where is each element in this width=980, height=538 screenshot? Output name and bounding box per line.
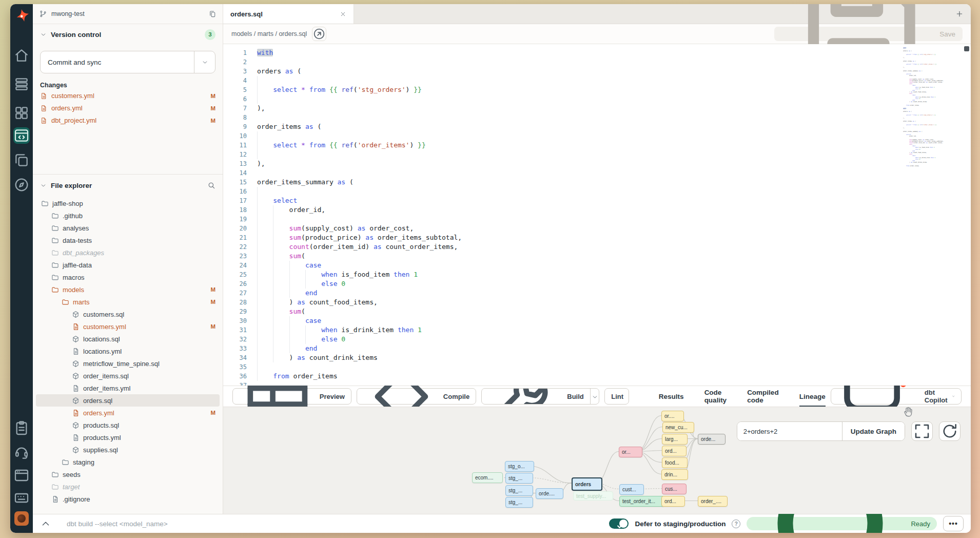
browser-icon[interactable]	[13, 467, 30, 484]
lineage-node-orde_s[interactable]: orde....	[536, 488, 563, 499]
tree-item-products.yml[interactable]: products.yml	[36, 431, 220, 444]
lineage-node-sq[interactable]: order_....	[698, 496, 728, 507]
editor-scrollbar[interactable]	[964, 45, 970, 385]
tree-item-analyses[interactable]: analyses	[36, 222, 220, 234]
compile-button[interactable]: Compile	[357, 388, 476, 405]
home-icon[interactable]	[13, 47, 30, 64]
tree-item-target[interactable]: target	[36, 481, 220, 493]
minimap[interactable]: 1with23orders as (45select * from {{ ref…	[903, 47, 959, 365]
tree-item-order_items.yml[interactable]: order_items.yml	[36, 382, 220, 394]
tree-item-.gitignore[interactable]: .gitignore	[36, 493, 220, 505]
tree-item-locations.sql[interactable]: locations.sql	[36, 333, 220, 345]
save-button[interactable]: Save	[774, 27, 963, 41]
commit-options-caret[interactable]	[194, 51, 215, 73]
tree-item-customers.sql[interactable]: customers.sql	[36, 308, 220, 320]
build-button[interactable]: Build	[482, 389, 590, 404]
tree-item-products.sql[interactable]: products.sql	[36, 419, 220, 431]
version-control-header[interactable]: Version control 3	[40, 24, 215, 45]
tree-item-jaffle-data[interactable]: jaffle-data	[36, 259, 220, 271]
lineage-node-m1[interactable]: or....	[661, 411, 684, 421]
tree-item-macros[interactable]: macros	[36, 271, 220, 283]
defer-toggle[interactable]	[609, 518, 629, 529]
lineage-node-m2[interactable]: new_cu...	[662, 422, 694, 433]
duplicate-window-icon[interactable]	[208, 10, 217, 18]
lineage-node-m3[interactable]: larg...	[662, 434, 688, 445]
tree-item-locations.yml[interactable]: locations.yml	[36, 345, 220, 357]
file-explorer-header[interactable]: File explorer	[33, 175, 223, 196]
tab-compiled-code[interactable]: Compiled code	[747, 386, 779, 407]
code-editor[interactable]: 1with23orders as (45select * from {{ ref…	[223, 44, 971, 386]
lineage-node-stg2[interactable]: stg_...	[505, 473, 533, 484]
lineage-node-sem_orders[interactable]: or...	[619, 447, 642, 457]
new-tab-button[interactable]	[955, 10, 964, 18]
changed-file-orders.yml[interactable]: orders.ymlM	[40, 103, 215, 113]
commit-and-sync-button[interactable]: Commit and sync	[40, 51, 215, 73]
lineage-node-ghost[interactable]: test_supply...	[573, 491, 613, 501]
tree-item-models[interactable]: modelsM	[36, 283, 220, 296]
lint-button[interactable]: Lint	[605, 389, 629, 404]
tree-item-staging[interactable]: staging	[36, 456, 220, 468]
expand-command-bar-button[interactable]	[40, 518, 51, 529]
lineage-node-m_ord[interactable]: ord...	[661, 496, 685, 507]
lineage-node-sem_cust[interactable]: cus...	[662, 484, 687, 494]
commit-button-label[interactable]: Commit and sync	[41, 51, 194, 73]
lineage-node-stg3[interactable]: stg_...	[505, 485, 533, 496]
tree-item-seeds[interactable]: seeds	[36, 468, 220, 481]
tree-item-dbt_packages[interactable]: dbt_packages	[36, 246, 220, 259]
lineage-node-cust[interactable]: cust...	[619, 484, 644, 495]
tree-item-order_items.sql[interactable]: order_items.sql	[36, 370, 220, 382]
open-in-lineage-icon[interactable]	[312, 27, 326, 41]
tree-item-orders.sql[interactable]: orders.sql	[36, 394, 220, 407]
refresh-graph-button[interactable]	[939, 421, 961, 441]
search-icon[interactable]	[207, 181, 215, 189]
compass-icon[interactable]	[13, 177, 30, 193]
tree-item-jaffle-shop[interactable]: jaffle-shop	[36, 197, 220, 209]
more-options-button[interactable]: •••	[943, 516, 964, 531]
tree-item-customers.yml[interactable]: customers.ymlM	[36, 320, 220, 333]
tab-code-quality[interactable]: Code quality	[704, 386, 727, 407]
tree-item-marts[interactable]: martsM	[36, 296, 220, 308]
lineage-node-exp[interactable]: orde...	[698, 434, 726, 445]
code-editor-icon[interactable]	[13, 127, 30, 144]
lineage-node-test_oi[interactable]: test_order_it...	[619, 496, 664, 507]
close-icon[interactable]	[340, 11, 346, 17]
copilot-label: dbt Copilot	[925, 389, 948, 404]
dbt-logo-icon[interactable]	[13, 8, 30, 25]
lineage-selector-input[interactable]	[737, 422, 842, 440]
tab-orders-sql[interactable]: orders.sql	[223, 4, 354, 24]
layers-icon[interactable]	[13, 76, 30, 92]
tree-item-supplies.sql[interactable]: supplies.sql	[36, 444, 220, 456]
changed-file-dbt_project.yml[interactable]: dbt_project.ymlM	[40, 115, 215, 126]
changed-file-customers.yml[interactable]: customers.ymlM	[40, 90, 215, 101]
lineage-node-m5[interactable]: food...	[662, 457, 688, 468]
tab-results[interactable]: Results	[659, 386, 684, 407]
user-avatar[interactable]	[14, 511, 29, 526]
branch-name[interactable]: mwong-test	[51, 10, 85, 17]
command-input[interactable]	[66, 520, 603, 528]
notes-icon[interactable]	[13, 420, 30, 436]
update-graph-button[interactable]: Update Graph	[842, 422, 905, 440]
lineage-panel[interactable]: Update Graph ecom....stg_o...stg_...stg_…	[223, 407, 971, 514]
lineage-node-ecom[interactable]: ecom....	[472, 472, 503, 483]
windows-icon[interactable]	[13, 152, 30, 168]
tree-item-orders.yml[interactable]: orders.ymlM	[36, 407, 220, 419]
preview-button[interactable]: Preview	[232, 388, 351, 405]
tree-item-data-tests[interactable]: data-tests	[36, 234, 220, 246]
lineage-node-stg1[interactable]: stg_o...	[505, 461, 534, 472]
fullscreen-button[interactable]	[911, 421, 933, 441]
info-icon[interactable]: ?	[732, 520, 740, 528]
tree-item-label: supplies.sql	[83, 446, 118, 454]
dbt-copilot-button[interactable]: dbt Copilot	[831, 388, 962, 405]
keyboard-icon[interactable]	[13, 490, 30, 506]
lineage-node-m4[interactable]: ord...	[662, 446, 687, 456]
scrollbar-thumb[interactable]	[964, 46, 969, 51]
tree-item-metricflow_time_spine.sql[interactable]: metricflow_time_spine.sql	[36, 357, 220, 370]
grid-icon[interactable]	[13, 105, 30, 121]
lineage-node-orders[interactable]: orders	[572, 477, 602, 491]
headset-icon[interactable]	[13, 444, 30, 460]
lineage-node-m6[interactable]: drin...	[661, 469, 688, 480]
build-options-caret[interactable]	[590, 389, 599, 404]
tree-item-.github[interactable]: .github	[36, 209, 220, 222]
tab-lineage[interactable]: Lineage	[799, 386, 826, 407]
lineage-node-stg4[interactable]: stg_...	[505, 497, 533, 508]
